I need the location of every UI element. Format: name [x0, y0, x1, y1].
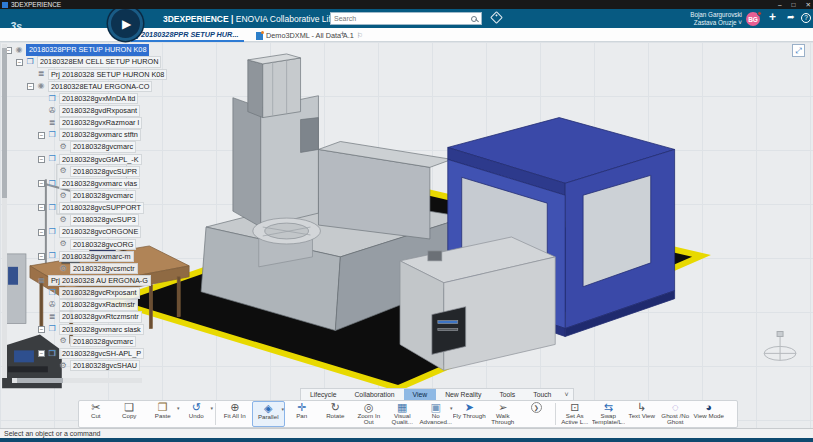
- tool-ghost-no-ghost[interactable]: ◌Ghost /No Ghost: [659, 401, 693, 427]
- tree-item[interactable]: ⚙20180328gvcORG: [0, 238, 205, 250]
- new-tab-button[interactable]: +: [340, 29, 345, 39]
- tree-item[interactable]: ≣20180328gvxRazmoar l: [0, 117, 205, 129]
- tree-item[interactable]: −❒20180328gvcSH-APL_P: [0, 348, 205, 360]
- chevron-down-icon: ˅: [738, 19, 742, 26]
- tree-item[interactable]: −❒20180328gvcORGONE: [0, 226, 205, 238]
- add-button[interactable]: +: [769, 10, 776, 24]
- tree-item[interactable]: ⚙20180328gvcsmctr: [0, 263, 205, 275]
- tool-view-mode[interactable]: ◕View Mode: [692, 401, 726, 427]
- tree-item-label: 20180328gvxmarc slask: [59, 324, 144, 336]
- tool-undo[interactable]: ↺Undo▾: [180, 401, 214, 427]
- tree-item[interactable]: −❒20180328gvcGtAPL_-K: [0, 153, 205, 165]
- scrollbar-thumb[interactable]: [17, 378, 63, 383]
- tool-fit-all-in[interactable]: ⊕Fit All In: [218, 401, 252, 427]
- share-icon[interactable]: ➦: [787, 12, 795, 22]
- tree-item[interactable]: ✇20180328gvdRxposant: [0, 105, 205, 117]
- compass-widget[interactable]: ▶: [108, 6, 143, 41]
- tree-item[interactable]: −◉20180328PPR SETUP HURON K08: [0, 44, 205, 56]
- tree-item[interactable]: −❒20180328gvxmarc slask: [0, 323, 205, 335]
- tree-item[interactable]: ⚙20180328gvcSHAU: [0, 360, 205, 372]
- chevron-down-icon[interactable]: ▾: [281, 406, 284, 412]
- tree-expander[interactable]: −: [38, 132, 45, 139]
- actionbar-tab-tools[interactable]: Tools: [490, 389, 524, 400]
- tool-set-as-active-l[interactable]: ⊡Set As Active L...: [558, 401, 592, 427]
- tree-item[interactable]: −◉20180328ETAU ERGONA-CO: [0, 80, 205, 92]
- tool-cut[interactable]: ✂Cut: [79, 401, 113, 427]
- tree-item[interactable]: ❒20180328gvxMnDA ltd: [0, 93, 205, 105]
- chevron-down-icon[interactable]: ˅: [560, 389, 572, 400]
- actionbar-tab-collaboration[interactable]: Collaboration: [345, 389, 403, 400]
- tree-expander[interactable]: −: [38, 326, 45, 333]
- tree-expander[interactable]: −: [38, 156, 45, 163]
- tree-expander[interactable]: −: [27, 83, 34, 90]
- close-button[interactable]: ✕: [806, 0, 811, 9]
- window-title: 3DEXPERIENCE: [11, 1, 61, 8]
- tree-expander[interactable]: −: [38, 180, 45, 187]
- tree-item[interactable]: ⚙20180328gvcmarc: [0, 335, 205, 347]
- tool-walk-through[interactable]: ➢Walk Through: [486, 401, 520, 427]
- tool-rotate[interactable]: ↻Rotate: [319, 401, 353, 427]
- tree-vertical-scrollbar[interactable]: [2, 44, 7, 378]
- pin-icon[interactable]: ⚐: [357, 32, 363, 40]
- tool-swap-template-l[interactable]: ⇆Swap Template/L...: [592, 401, 626, 427]
- tree-item[interactable]: ⚙20180328gvcSUPR: [0, 165, 205, 177]
- rep-icon: ⚙: [58, 191, 68, 201]
- user-info[interactable]: Bojan Gargurovski Zastava Oruzje ˅: [690, 11, 742, 27]
- tree-item[interactable]: −❒20180328gvxmarc vlas: [0, 178, 205, 190]
- chevron-down-icon[interactable]: ▾: [210, 405, 213, 411]
- tool-no-advanced[interactable]: ▣No Advanced...▾: [419, 401, 453, 427]
- tree-expander[interactable]: −: [16, 59, 23, 66]
- tree-item[interactable]: ⚙20180328gvcmarc: [0, 190, 205, 202]
- workspace-tab-active[interactable]: 20180328PPR SETUP HUR...: [131, 29, 244, 42]
- tree-expander[interactable]: −: [38, 229, 45, 236]
- tree-item[interactable]: ≣Prj 20180328 SETUP HURON K08: [0, 68, 205, 80]
- tool-copy[interactable]: ❏Copy: [113, 401, 147, 427]
- tool-paste[interactable]: ❐Paste▾: [146, 401, 180, 427]
- tool-label: Fit All In: [218, 413, 251, 426]
- fly-through-icon: ➤: [465, 401, 474, 413]
- tree-item[interactable]: ⚙20180328gvcSUP3: [0, 214, 205, 226]
- tree-expander[interactable]: −: [38, 350, 45, 357]
- tree-item[interactable]: −❒20180328EM CELL SETUP HURON: [0, 56, 205, 68]
- actionbar-tab-touch[interactable]: Touch: [524, 389, 560, 400]
- help-button[interactable]: ?: [801, 13, 811, 23]
- tree-item[interactable]: ❒20180328gvcRxposant: [0, 287, 205, 299]
- tool-label: [520, 413, 553, 426]
- tree-item[interactable]: ⚙20180328gvcmarc: [0, 141, 205, 153]
- zoom-in-out-icon: ◎: [364, 401, 374, 413]
- tree-item[interactable]: ≣Prj 20180328 AU ERGONA-G: [0, 275, 205, 287]
- tree-item[interactable]: −❒20180328gvcSUPPORT: [0, 202, 205, 214]
- actionbar-tab-lifecycle[interactable]: Lifecycle: [301, 389, 345, 400]
- tree-expander[interactable]: −: [38, 204, 45, 211]
- tree-item[interactable]: −❒20180328gvxmarc stftn: [0, 129, 205, 141]
- minimize-button[interactable]: –: [778, 0, 782, 9]
- tree-item[interactable]: −❒20180328gvxmarc-m: [0, 250, 205, 262]
- tree-horizontal-scrollbar[interactable]: [12, 378, 142, 383]
- spindle-tower[interactable]: [248, 54, 301, 118]
- tree-item-label: 20180328gvxMnDA ltd: [59, 93, 138, 105]
- tree-item[interactable]: ✇20180328gvxRactmstr: [0, 299, 205, 311]
- search-input[interactable]: [331, 15, 471, 22]
- tree-item[interactable]: ≣20180328gvxRtczmsntr: [0, 311, 205, 323]
- search-icon[interactable]: [471, 16, 477, 22]
- maximize-button[interactable]: □: [792, 0, 796, 9]
- axis-compass-icon[interactable]: [764, 332, 796, 361]
- tool-fly-through[interactable]: ➤Fly Through: [453, 401, 487, 427]
- search-box[interactable]: [330, 12, 482, 25]
- tool-visual-qualit[interactable]: ▦Visual Qualit...: [386, 401, 420, 427]
- tool-text-view[interactable]: ↳Text View: [625, 401, 659, 427]
- control-cabinet[interactable]: [400, 237, 555, 370]
- tree-item-label: 20180328gvxRazmoar l: [59, 117, 142, 129]
- tool-zoom-in-out[interactable]: ◎Zoom In Out: [352, 401, 386, 427]
- tag-icon[interactable]: [490, 11, 503, 24]
- expand-viewport-icon[interactable]: ⤢: [792, 44, 805, 57]
- tool-parallel[interactable]: ◈Parallel▾: [252, 401, 286, 427]
- workspace-tab[interactable]: Demo3DXML - All Data A.1 ⚐: [256, 29, 363, 42]
- scrollbar-thumb[interactable]: [2, 48, 7, 198]
- tree-expander[interactable]: −: [38, 253, 45, 260]
- walk-through-icon: ➢: [498, 401, 507, 413]
- actionbar-tab-new-reality[interactable]: New Reality: [436, 389, 490, 400]
- actionbar-tab-view[interactable]: View: [404, 389, 437, 400]
- tool-pan[interactable]: ✛Pan: [285, 401, 319, 427]
- tool-more[interactable]: ❯: [520, 401, 554, 427]
